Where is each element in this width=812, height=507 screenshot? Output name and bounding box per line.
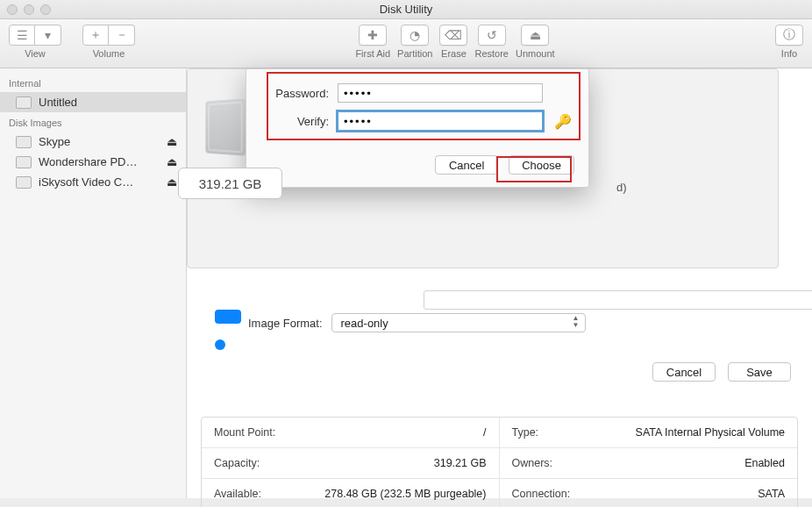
- partition-button[interactable]: ◔: [401, 25, 429, 46]
- image-format-label: Image Format:: [248, 317, 323, 330]
- restore-button[interactable]: ↺: [478, 25, 506, 46]
- volume-remove-icon: －: [116, 27, 128, 43]
- restore-icon: ↺: [487, 28, 497, 42]
- traffic-min[interactable]: [24, 4, 34, 15]
- key-assistant-button[interactable]: 🔑: [552, 111, 574, 131]
- sidebar-item-iskysoft[interactable]: iSkysoft Video C… ⏏: [0, 172, 186, 192]
- chevron-down-icon: ▾: [45, 28, 51, 42]
- eject-icon[interactable]: ⏏: [167, 135, 177, 148]
- tb-label-firstaid: First Aid: [355, 48, 390, 59]
- cancel-button[interactable]: Cancel: [652, 362, 716, 382]
- info-key: Owners:: [512, 457, 553, 469]
- disk-large-icon: [205, 98, 246, 155]
- verify-label: Verify:: [260, 115, 329, 128]
- info-key: Type:: [512, 426, 539, 439]
- item-dot: [215, 339, 225, 350]
- traffic-close[interactable]: [7, 4, 18, 15]
- sidebar-item-untitled[interactable]: Untitled: [0, 92, 186, 112]
- partition-icon: ◔: [410, 28, 420, 42]
- erase-button[interactable]: ⌫: [439, 25, 467, 46]
- info-value: 319.21 GB: [434, 457, 487, 469]
- item-indicator: [215, 310, 241, 324]
- save-button[interactable]: Save: [728, 362, 791, 382]
- sidebar-item-label: iSkysoft Video C…: [39, 175, 160, 189]
- traffic-max[interactable]: [40, 4, 51, 15]
- tb-label-volume: Volume: [93, 48, 125, 59]
- info-button[interactable]: ⓘ: [775, 25, 803, 46]
- erase-icon: ⌫: [445, 28, 462, 42]
- select-arrows-icon: ▲▼: [573, 315, 580, 329]
- info-key: Available:: [214, 488, 261, 500]
- sidebar-item-wondershare[interactable]: Wondershare PD… ⏏: [0, 152, 186, 172]
- sidebar-item-label: Untitled: [39, 96, 177, 109]
- disk-icon: [16, 156, 32, 168]
- sidebar-item-skype[interactable]: Skype ⏏: [0, 132, 186, 152]
- firstaid-icon: ✚: [367, 28, 378, 42]
- capacity-badge: 319.21 GB: [178, 168, 282, 199]
- image-format-value: read-only: [341, 317, 388, 330]
- info-value: 278.48 GB (232.5 MB purgeable): [324, 488, 486, 500]
- section-internal: Internal: [0, 73, 186, 92]
- eject-icon[interactable]: ⏏: [167, 155, 177, 168]
- tb-label-partition: Partition: [397, 48, 432, 59]
- unmount-button[interactable]: ⏏: [521, 25, 549, 46]
- tb-label-view: View: [25, 48, 46, 59]
- tb-label-info: Info: [781, 48, 797, 59]
- info-value: SATA Internal Physical Volume: [636, 426, 785, 439]
- info-value: /: [483, 426, 486, 439]
- sidebar-item-label: Wondershare PD…: [39, 155, 160, 168]
- info-key: Mount Point:: [214, 426, 275, 439]
- name-field-bg[interactable]: [424, 290, 812, 310]
- info-key: Connection:: [512, 488, 571, 500]
- tb-label-restore: Restore: [474, 48, 509, 59]
- sheet-choose-button[interactable]: Choose: [509, 155, 574, 175]
- disk-icon: [16, 176, 32, 189]
- tb-label-erase: Erase: [441, 48, 467, 59]
- tb-label-unmount: Unmount: [516, 48, 555, 59]
- eject-icon: ⏏: [530, 28, 541, 42]
- info-value: SATA: [758, 488, 785, 500]
- section-diskimages: Disk Images: [0, 112, 186, 132]
- sidebar-icon: ☰: [17, 28, 28, 42]
- info-key: Capacity:: [214, 457, 260, 469]
- disk-icon: [16, 96, 32, 109]
- verify-input[interactable]: [338, 111, 543, 131]
- key-icon: 🔑: [554, 113, 572, 130]
- sheet-cancel-button[interactable]: Cancel: [435, 155, 498, 175]
- sidebar-item-label: Skype: [39, 135, 160, 148]
- disk-icon: [16, 136, 32, 148]
- password-sheet: Password: Verify: 🔑 Cancel Choose: [246, 68, 589, 188]
- password-input[interactable]: [338, 83, 543, 103]
- eject-icon[interactable]: ⏏: [167, 175, 177, 189]
- password-label: Password:: [260, 87, 329, 100]
- window-title: Disk Utility: [380, 3, 433, 16]
- image-format-select[interactable]: read-only ▲▼: [331, 313, 586, 332]
- volume-add-icon: ＋: [89, 27, 102, 43]
- info-icon: ⓘ: [783, 27, 795, 43]
- view-segmented[interactable]: ☰ ▾: [9, 25, 61, 46]
- info-value: Enabled: [744, 457, 785, 469]
- firstaid-button[interactable]: ✚: [359, 25, 387, 46]
- volume-segmented[interactable]: ＋ －: [82, 25, 135, 46]
- trailing-text: d): [616, 181, 812, 194]
